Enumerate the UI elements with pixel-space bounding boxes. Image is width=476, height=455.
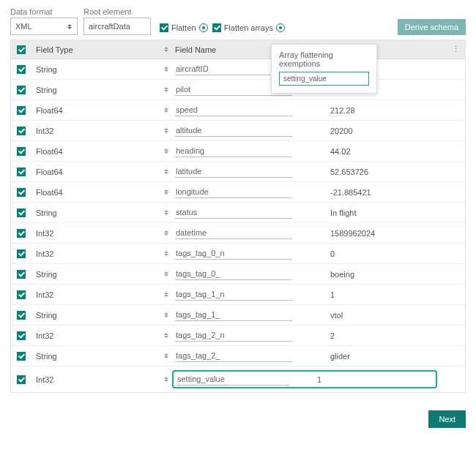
field-name-input[interactable]	[175, 288, 292, 301]
sort-icon[interactable]	[163, 168, 169, 176]
row-checkbox[interactable]	[17, 331, 26, 340]
sort-icon[interactable]	[163, 249, 169, 258]
sort-icon[interactable]	[163, 188, 169, 197]
field-type-value: Int32	[36, 249, 53, 258]
field-value: 0	[330, 249, 335, 258]
field-name-input[interactable]	[175, 268, 292, 280]
row-checkbox[interactable]	[17, 208, 26, 217]
flatten-label: Flatten	[171, 23, 196, 32]
field-name-input[interactable]	[175, 206, 292, 219]
sort-icon[interactable]	[163, 331, 169, 340]
table-row: StringIn flight	[11, 203, 465, 223]
flatten-arrays-checkbox[interactable]	[212, 23, 221, 32]
gear-icon[interactable]	[276, 23, 285, 32]
field-type-value: String	[36, 86, 57, 94]
field-value: 1	[330, 290, 335, 299]
table-row: Int320	[11, 244, 465, 264]
sort-icon[interactable]	[163, 352, 169, 361]
table-row: Stringvtol	[11, 305, 465, 326]
data-format-select[interactable]: XML	[10, 18, 78, 35]
root-element-label: Root element	[83, 7, 151, 16]
sort-icon[interactable]	[163, 208, 169, 217]
field-value: vtol	[330, 311, 343, 320]
derive-schema-button[interactable]: Derive schema	[398, 19, 466, 35]
table-row: Stringglider	[11, 346, 465, 366]
field-name-input[interactable]	[175, 350, 292, 362]
table-row: Int321	[11, 285, 465, 305]
sort-icon[interactable]	[163, 45, 169, 54]
popover-title: Array flattening exemptions	[279, 50, 369, 68]
table-row: String	[11, 59, 465, 80]
row-checkbox[interactable]	[17, 229, 26, 238]
field-type-value: Float64	[36, 147, 63, 156]
table-row: Int321589962024	[11, 223, 465, 244]
row-checkbox[interactable]	[17, 127, 26, 135]
sort-icon[interactable]	[163, 65, 169, 74]
field-name-input[interactable]	[175, 145, 292, 157]
popover-input[interactable]	[279, 72, 369, 86]
sort-icon[interactable]	[163, 375, 169, 384]
field-name-input[interactable]	[175, 165, 292, 178]
more-menu-icon[interactable]: ⋮	[452, 45, 459, 54]
field-value: 1589962024	[330, 229, 375, 238]
array-exemptions-popover: Array flattening exemptions	[271, 44, 377, 94]
table-row: Float64-21.885421	[11, 182, 465, 203]
row-checkbox[interactable]	[17, 106, 26, 115]
gear-icon[interactable]	[199, 23, 208, 32]
row-checkbox[interactable]	[17, 290, 26, 299]
row-checkbox[interactable]	[17, 249, 26, 258]
field-value: boeing	[330, 270, 354, 279]
field-value: 52.653726	[330, 168, 368, 176]
table-row: Int322	[11, 326, 465, 346]
schema-table: Field Type Field Name ⋮ StringStringChar…	[10, 40, 466, 393]
field-type-value: Float64	[36, 106, 63, 115]
field-name-input[interactable]	[175, 186, 292, 198]
sort-icon[interactable]	[163, 270, 169, 279]
field-type-value: Int32	[36, 229, 53, 238]
field-type-value: Int32	[36, 331, 53, 340]
field-name-input[interactable]	[175, 309, 292, 321]
sort-icon[interactable]	[163, 147, 169, 156]
field-name-input[interactable]	[175, 104, 292, 116]
field-value: 44.02	[330, 147, 351, 156]
field-name-input[interactable]	[175, 124, 292, 137]
field-name-input[interactable]	[175, 227, 292, 239]
field-type-value: String	[36, 270, 57, 279]
field-type-value: String	[36, 352, 57, 361]
next-button[interactable]: Next	[428, 410, 466, 428]
sort-icon[interactable]	[163, 106, 169, 115]
field-value: 2	[330, 331, 335, 340]
row-checkbox[interactable]	[17, 270, 26, 279]
row-checkbox[interactable]	[17, 188, 26, 197]
field-value: 212.28	[330, 106, 355, 115]
field-name-header: Field Name	[175, 45, 216, 54]
field-name-input[interactable]	[176, 373, 289, 386]
row-checkbox[interactable]	[17, 147, 26, 156]
root-element-value: aircraftData	[89, 22, 130, 31]
sort-icon[interactable]	[163, 86, 169, 94]
root-element-input[interactable]: aircraftData	[83, 18, 151, 35]
flatten-checkbox[interactable]	[160, 23, 168, 32]
sort-icon[interactable]	[163, 311, 169, 320]
field-name-input[interactable]	[175, 329, 292, 342]
row-checkbox[interactable]	[17, 168, 26, 176]
select-all-checkbox[interactable]	[17, 45, 26, 54]
field-value: 20200	[330, 127, 353, 135]
sort-icon[interactable]	[163, 290, 169, 299]
row-checkbox[interactable]	[17, 352, 26, 361]
sort-icon[interactable]	[163, 127, 169, 135]
row-checkbox[interactable]	[17, 86, 26, 94]
select-arrows-icon	[67, 22, 72, 31]
table-row: Stringboeing	[11, 264, 465, 285]
field-type-value: String	[36, 311, 57, 320]
field-name-input[interactable]	[175, 247, 292, 260]
row-checkbox[interactable]	[17, 375, 26, 384]
field-type-value: Float64	[36, 168, 63, 176]
field-type-value: String	[36, 65, 57, 74]
field-type-value: Int32	[36, 375, 53, 384]
sort-icon[interactable]	[163, 229, 169, 238]
table-row: Float6444.02	[11, 141, 465, 162]
row-checkbox[interactable]	[17, 65, 26, 74]
field-type-value: Int32	[36, 127, 53, 135]
row-checkbox[interactable]	[17, 311, 26, 320]
